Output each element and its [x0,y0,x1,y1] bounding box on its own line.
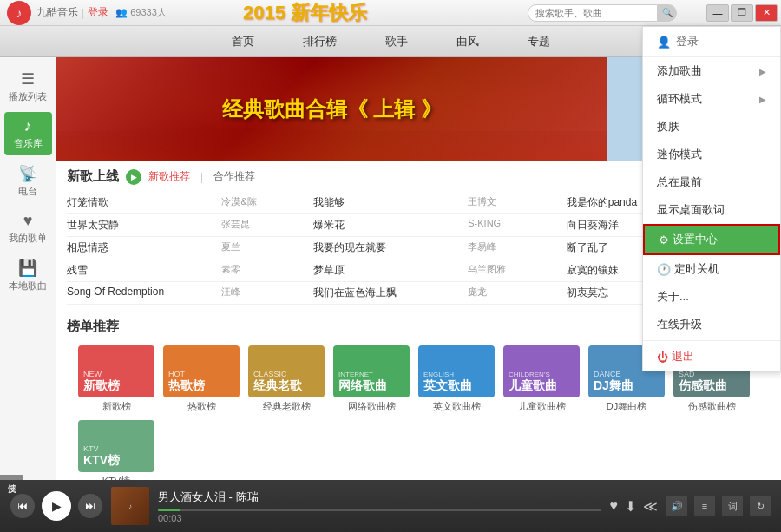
search-button[interactable]: 🔍 [658,4,677,22]
my-playlist-icon: ♥ [23,212,33,230]
equalizer-button[interactable]: ≡ [694,496,715,516]
player-title: 男人酒女人泪 - 陈瑞 [158,489,601,505]
sidebar-item-local-songs[interactable]: 💾 本地歌曲 [4,253,52,298]
chart-ktv[interactable]: KTV KTV榜 KTV榜 [77,420,155,480]
search-input[interactable] [528,4,658,22]
dropdown-skin[interactable]: 换肤 [643,113,780,141]
nav-genre[interactable]: 曲风 [450,30,486,53]
user-icon: 👥 [115,7,128,17]
login-link[interactable]: 登录 [88,5,108,20]
sidebar-item-music-library[interactable]: ♪ 音乐库 [4,112,52,155]
dropdown-exit[interactable]: ⏻ 退出 [643,343,780,371]
chart-box-hot[interactable]: HOT 热歌榜 [163,345,240,397]
app-logo: ♪ [7,1,31,25]
user-count: 👥 69333人 [115,6,167,19]
player-controls: ⏮ ▶ ⏭ [10,491,102,521]
dropdown-about[interactable]: 关于... [643,283,780,311]
playlist-icon: ☰ [21,69,35,89]
sidebar: ☰ 播放列表 ♪ 音乐库 📡 电台 ♥ 我的歌单 💾 本地歌曲 [0,57,56,480]
chart-classic[interactable]: CLASSIC 经典老歌 经典老歌榜 [247,345,325,413]
tab-partner-recommended[interactable]: 合作推荐 [213,169,255,184]
app-name: 九酷音乐 [36,5,78,20]
chart-new-songs[interactable]: NEW 新歌榜 新歌榜 [77,345,155,413]
title-sep: | [82,7,84,19]
window-controls: — ❐ ✕ [706,4,781,22]
player-album-art: ♪ [111,487,149,525]
new-year-banner: 2015 新年快乐 [243,0,367,26]
new-songs-tabs: 新歌推荐 | 合作推荐 [148,169,255,184]
chart-box-new[interactable]: NEW 新歌榜 [78,345,154,397]
dropdown-always-top[interactable]: 总在最前 [643,168,780,196]
title-bar: ♪ 九酷音乐 | 登录 👥 69333人 2015 新年快乐 🔍 — ❐ ✕ [0,0,781,26]
dropdown-header-icon: 👤 [657,36,671,49]
feedback-button[interactable]: 反馈 [0,475,23,480]
prev-button[interactable]: ⏮ [10,494,35,518]
banner-left[interactable]: 经典歌曲合辑《 上辑 》 [56,57,607,161]
lyrics-button[interactable]: 词 [722,496,743,516]
timer-icon: 🕐 [657,263,671,276]
like-button[interactable]: ♥ [610,498,619,514]
banner-left-text: 经典歌曲合辑《 上辑 》 [222,95,442,123]
restore-button[interactable]: ❐ [731,4,753,22]
sidebar-item-my-playlist[interactable]: ♥ 我的歌单 [4,207,52,250]
local-songs-icon: 💾 [18,259,37,278]
dropdown-timer[interactable]: 🕐 定时关机 [643,255,780,283]
sidebar-label-radio: 电台 [18,185,37,198]
new-songs-title: 新歌上线 [67,168,119,185]
nav-specials[interactable]: 专题 [521,30,557,53]
close-button[interactable]: ✕ [755,4,778,22]
player-info: 男人酒女人泪 - 陈瑞 00:03 [158,489,601,523]
sidebar-label-my-playlist: 我的歌单 [9,232,47,245]
dropdown-menu: 👤 登录 添加歌曲 ▶ 循环模式 ▶ 换肤 迷你模式 总在最前 显示桌面歌词 ⚙… [642,26,781,371]
repeat-button[interactable]: ↻ [750,496,771,516]
dropdown-separator [643,340,780,341]
player-bar: ⏮ ▶ ⏭ ♪ 男人酒女人泪 - 陈瑞 00:03 ♥ ⬇ ≪ 🔊 ≡ 词 ↻ [0,480,781,532]
charts-title: 榜单推荐 [67,319,119,335]
dropdown-loop-mode[interactable]: 循环模式 ▶ [643,85,780,113]
nav-home[interactable]: 首页 [225,30,261,53]
player-progress-bar[interactable] [158,509,601,511]
chart-box-ktv[interactable]: KTV KTV榜 [78,420,154,472]
dropdown-desktop-lyrics[interactable]: 显示桌面歌词 [643,196,780,224]
share-button[interactable]: ≪ [643,498,658,515]
dropdown-settings[interactable]: ⚙ 设置中心 [643,224,780,255]
search-bar: 🔍 [528,4,677,22]
tab-new-recommended[interactable]: 新歌推荐 [148,169,190,184]
dropdown-header: 👤 登录 [643,27,780,57]
play-button[interactable]: ▶ [42,491,71,521]
sidebar-item-radio[interactable]: 📡 电台 [4,159,52,203]
new-songs-play-button[interactable]: ▶ [126,169,141,185]
nav-charts[interactable]: 排行榜 [296,30,344,53]
player-time: 00:03 [158,513,601,523]
player-right-controls: 🔊 ≡ 词 ↻ [666,496,771,516]
chart-children[interactable]: CHILDREN'S 儿童歌曲 儿童歌曲榜 [502,345,581,413]
sidebar-label-local-songs: 本地歌曲 [9,279,47,292]
volume-button[interactable]: 🔊 [666,496,687,516]
minimize-button[interactable]: — [706,4,729,22]
dropdown-header-label: 登录 [676,34,699,49]
download-button[interactable]: ⬇ [625,498,636,515]
dropdown-add-song[interactable]: 添加歌曲 ▶ [643,57,780,85]
player-actions: ♥ ⬇ ≪ [610,498,659,515]
chart-box-children[interactable]: CHILDREN'S 儿童歌曲 [503,345,580,397]
radio-icon: 📡 [18,164,37,183]
chart-box-english[interactable]: ENGLISH 英文歌曲 [418,345,495,397]
music-library-icon: ♪ [24,117,32,135]
exit-icon: ⏻ [657,351,668,364]
chart-hot-songs[interactable]: HOT 热歌榜 热歌榜 [162,345,240,413]
next-button[interactable]: ⏭ [78,494,102,518]
dropdown-mini-mode[interactable]: 迷你模式 [643,141,780,168]
sidebar-item-playlist[interactable]: ☰ 播放列表 [4,64,52,108]
player-progress-fill [158,509,180,511]
sidebar-label-music-library: 音乐库 [14,137,43,150]
nav-artists[interactable]: 歌手 [378,30,415,53]
chart-box-internet[interactable]: INTERNET 网络歌曲 [333,345,410,397]
settings-icon: ⚙ [659,233,669,246]
chart-english[interactable]: ENGLISH 英文歌曲 英文歌曲榜 [417,345,496,413]
chart-internet[interactable]: INTERNET 网络歌曲 网络歌曲榜 [332,345,410,413]
chart-box-classic[interactable]: CLASSIC 经典老歌 [248,345,325,397]
dropdown-update[interactable]: 在线升级 [643,311,780,338]
sidebar-label-playlist: 播放列表 [9,90,47,103]
